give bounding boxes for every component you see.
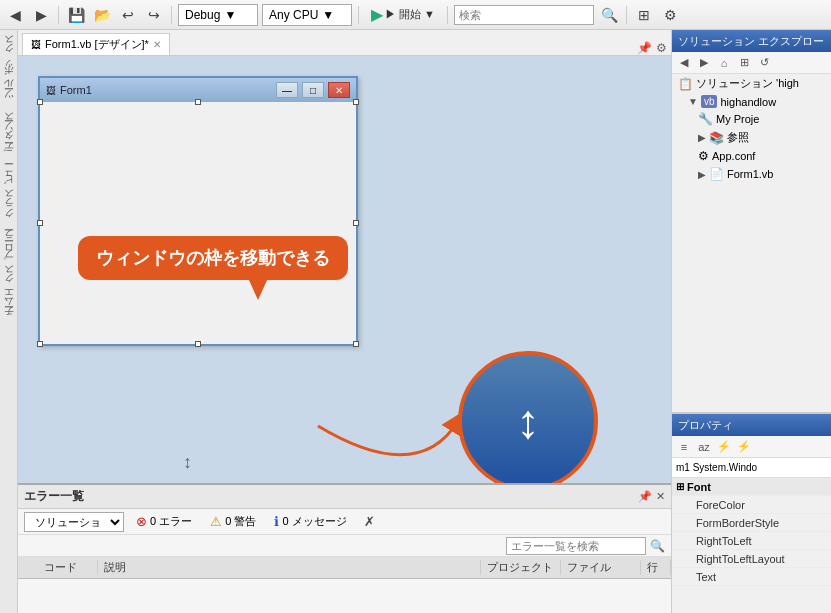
handle-ml bbox=[37, 220, 43, 226]
form-window-title: Form1 bbox=[60, 84, 272, 96]
undo-button[interactable]: ↩ bbox=[117, 4, 139, 26]
handle-br bbox=[353, 341, 359, 347]
warn-count-badge[interactable]: ⚠ 0 警告 bbox=[204, 512, 262, 531]
panel-pin-button[interactable]: 📌 bbox=[638, 490, 652, 503]
appconfig-icon: ⚙ bbox=[698, 149, 709, 163]
properties-object-label: m1 System.Windo bbox=[676, 462, 757, 473]
project-label: highandlow bbox=[720, 96, 776, 108]
properties-panel: プロパティ ≡ az ⚡ ⚡ m1 System.Windo ⊞ Font Fo… bbox=[672, 413, 831, 613]
cpu-label: Any CPU bbox=[269, 8, 318, 22]
info-count-badge[interactable]: ℹ 0 メッセージ bbox=[268, 512, 352, 531]
run-label: ▶ 開始 ▼ bbox=[385, 7, 435, 22]
prop-forecolor-label: ForeColor bbox=[672, 499, 831, 511]
solution-explorer-header: ソリューション エクスプロー bbox=[672, 30, 831, 52]
col-project[interactable]: プロジェクト bbox=[481, 560, 561, 575]
settings-button[interactable]: ⚙ bbox=[659, 4, 681, 26]
main-layout: ツールボックス データソース クラスビュー チームエクスプローラー 🖼 Form… bbox=[0, 30, 831, 613]
properties-list: ⊞ Font ForeColor FormBorderStyle RightTo… bbox=[672, 478, 831, 613]
error-search-bar: 🔍 bbox=[18, 535, 671, 557]
properties-header: プロパティ bbox=[672, 414, 831, 436]
solution-icon: 📋 bbox=[678, 77, 693, 91]
solution-explorer-title: ソリューション エクスプロー bbox=[678, 34, 824, 49]
se-item-form1[interactable]: ▶ 📄 Form1.vb bbox=[672, 165, 831, 183]
toolbar-search-input[interactable] bbox=[454, 5, 594, 25]
prop-categorize-button[interactable]: ≡ bbox=[675, 438, 693, 456]
prop-events-button[interactable]: ⚡ bbox=[735, 438, 753, 456]
error-toolbar: ソリューション全体 ⊗ 0 エラー ⚠ 0 警告 ℹ 0 メッセージ ✗ bbox=[18, 509, 671, 535]
error-count-badge[interactable]: ⊗ 0 エラー bbox=[130, 512, 198, 531]
error-icon: ⊗ bbox=[136, 514, 147, 529]
prop-text-label: Text bbox=[672, 571, 831, 583]
se-refresh-button[interactable]: ↺ bbox=[755, 54, 773, 72]
tab-overflow-icon[interactable]: ⚙ bbox=[656, 41, 667, 55]
se-forward-button[interactable]: ▶ bbox=[695, 54, 713, 72]
se-filter-button[interactable]: ⊞ bbox=[735, 54, 753, 72]
prop-group-font[interactable]: ⊞ Font bbox=[672, 478, 831, 496]
back-button[interactable]: ◀ bbox=[4, 4, 26, 26]
design-area[interactable]: 🖼 Form1 — □ ✕ bbox=[18, 56, 671, 483]
save-button[interactable]: 💾 bbox=[65, 4, 87, 26]
error-search-button[interactable]: 🔍 bbox=[650, 539, 665, 553]
se-item-references[interactable]: ▶ 📚 参照 bbox=[672, 128, 831, 147]
debug-dropdown[interactable]: Debug ▼ bbox=[178, 4, 258, 26]
sidebar-tab-team[interactable]: チームエクスプローラー bbox=[0, 231, 18, 327]
myproject-icon: 🔧 bbox=[698, 112, 713, 126]
maximize-button[interactable]: □ bbox=[302, 82, 324, 98]
toolbar-search-button[interactable]: 🔍 bbox=[598, 4, 620, 26]
sidebar-tab-datasource[interactable]: データソース bbox=[0, 111, 18, 163]
error-panel-title: エラー一覧 bbox=[24, 488, 84, 505]
info-count-label: 0 メッセージ bbox=[282, 514, 346, 529]
prop-formborderstyle-label: FormBorderStyle bbox=[672, 517, 831, 529]
sep1 bbox=[58, 6, 59, 24]
minimize-button[interactable]: — bbox=[276, 82, 298, 98]
error-panel-header: エラー一覧 📌 ✕ bbox=[18, 485, 671, 509]
solution-explorer-toolbar: ◀ ▶ ⌂ ⊞ ↺ bbox=[672, 52, 831, 74]
form1-arrow: ▶ bbox=[698, 169, 706, 180]
panel-close-button[interactable]: ✕ bbox=[656, 490, 665, 503]
se-home-button[interactable]: ⌂ bbox=[715, 54, 733, 72]
prop-text[interactable]: Text bbox=[672, 568, 831, 586]
redo-button[interactable]: ↪ bbox=[143, 4, 165, 26]
col-file[interactable]: ファイル bbox=[561, 560, 641, 575]
se-item-appconfig[interactable]: ⚙ App.conf bbox=[672, 147, 831, 165]
se-item-solution[interactable]: 📋 ソリューション 'high bbox=[672, 74, 831, 93]
error-filter-dropdown[interactable]: ソリューション全体 bbox=[24, 512, 124, 532]
tab-bar-actions: 📌 ⚙ bbox=[637, 41, 667, 55]
form1-icon: 📄 bbox=[709, 167, 724, 181]
tab-form1-design[interactable]: 🖼 Form1.vb [デザイン]* ✕ bbox=[22, 33, 170, 55]
prop-alphabetical-button[interactable]: az bbox=[695, 438, 713, 456]
tab-close-button[interactable]: ✕ bbox=[153, 39, 161, 50]
form-window[interactable]: 🖼 Form1 — □ ✕ bbox=[38, 76, 358, 346]
layout-button[interactable]: ⊞ bbox=[633, 4, 655, 26]
col-line[interactable]: 行 bbox=[641, 560, 671, 575]
open-button[interactable]: 📂 bbox=[91, 4, 113, 26]
center-area: 🖼 Form1.vb [デザイン]* ✕ 📌 ⚙ 🖼 Form1 — □ ✕ bbox=[18, 30, 671, 613]
tab-icon: 🖼 bbox=[31, 39, 41, 50]
close-button[interactable]: ✕ bbox=[328, 82, 350, 98]
se-item-myproject[interactable]: 🔧 My Proje bbox=[672, 110, 831, 128]
prop-righttoleftlayout[interactable]: RightToLeftLayout bbox=[672, 550, 831, 568]
prop-righttoleft[interactable]: RightToLeft bbox=[672, 532, 831, 550]
error-search-input[interactable] bbox=[506, 537, 646, 555]
run-button[interactable]: ▶ ▶ 開始 ▼ bbox=[365, 3, 441, 26]
myproject-label: My Proje bbox=[716, 113, 759, 125]
cpu-dropdown[interactable]: Any CPU ▼ bbox=[262, 4, 352, 26]
prop-forecolor[interactable]: ForeColor bbox=[672, 496, 831, 514]
magnifier-circle: ↕ bbox=[458, 351, 598, 483]
sidebar-tab-toolbox[interactable]: ツールボックス bbox=[0, 34, 18, 109]
appconfig-label: App.conf bbox=[712, 150, 755, 162]
prop-formborderstyle[interactable]: FormBorderStyle bbox=[672, 514, 831, 532]
solution-explorer: ソリューション エクスプロー ◀ ▶ ⌂ ⊞ ↺ 📋 ソリューション 'high… bbox=[672, 30, 831, 413]
filter-toggle-button[interactable]: ✗ bbox=[359, 511, 381, 533]
prop-properties-button[interactable]: ⚡ bbox=[715, 438, 733, 456]
project-arrow: ▼ bbox=[688, 96, 698, 107]
sidebar-tab-classview[interactable]: クラスビュー bbox=[0, 165, 18, 229]
pin-icon[interactable]: 📌 bbox=[637, 41, 652, 55]
col-desc[interactable]: 説明 bbox=[98, 560, 481, 575]
col-code[interactable]: コード bbox=[38, 560, 98, 575]
se-item-project[interactable]: ▼ vb highandlow bbox=[672, 93, 831, 110]
se-back-button[interactable]: ◀ bbox=[675, 54, 693, 72]
error-panel: エラー一覧 📌 ✕ ソリューション全体 ⊗ 0 エラー ⚠ 0 警告 bbox=[18, 483, 671, 613]
callout-bubble: ウィンドウの枠を移動できる bbox=[78, 236, 348, 280]
forward-button[interactable]: ▶ bbox=[30, 4, 52, 26]
